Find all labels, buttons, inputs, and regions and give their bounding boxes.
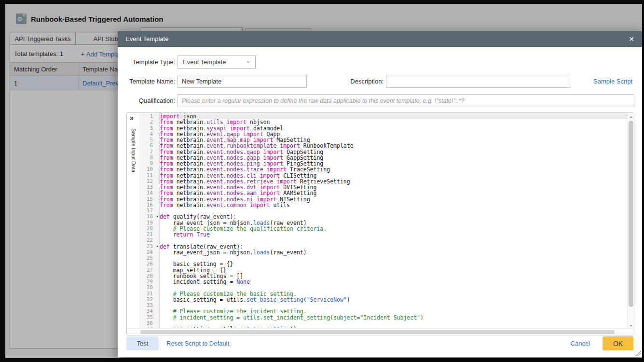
code-line: 21 return True [127,232,627,237]
line-number: 19 [139,220,155,226]
code-line: 24 raw_event_json = nbjson.loads(raw_eve… [127,250,627,255]
expand-icon[interactable]: » [130,114,134,122]
fold-gutter [155,308,160,314]
fold-gutter [155,255,160,261]
template-type-label: Template Type: [125,56,175,69]
code-text: basic_setting = utils.set_basic_setting(… [160,297,627,303]
code-text: # incident_setting = utils.set_incident_… [160,315,627,320]
template-name-input[interactable] [178,75,307,88]
fold-gutter [155,250,160,255]
code-text: # Please customize the qualification cri… [160,226,627,232]
script-editor[interactable]: 1import json2from netbrain.utils import … [126,112,634,335]
template-name-label: Template Name: [125,75,175,88]
line-number: 3 [139,125,155,131]
code-line: 29 incident_setting = None [127,279,627,285]
fold-gutter [155,273,160,279]
fold-gutter [155,155,160,161]
fold-gutter [155,202,160,208]
fold-gutter [155,173,160,179]
fold-gutter [155,303,160,308]
ok-button[interactable]: OK [603,336,633,350]
line-number: 26 [139,261,155,267]
line-number: 18 [139,214,155,220]
fold-arrow-icon[interactable]: ▾ [155,214,160,220]
fold-gutter [155,208,160,214]
code-line: 32 basic_setting = utils.set_basic_setti… [127,297,627,303]
code-text: from netbrain.event.common import utils [160,202,627,208]
sample-input-data-label[interactable]: Sample Input Data [131,128,137,172]
code-line: 35 # incident_setting = utils.set_incide… [127,315,627,320]
fold-gutter [155,320,160,326]
line-number: 31 [139,291,155,297]
screen: ⚙ ⚙ Runbook-Based Triggered Automation A… [0,0,644,362]
resize-handle-icon[interactable] [636,351,641,356]
fold-gutter [155,179,160,184]
fold-gutter [155,161,160,167]
line-number: 11 [139,173,155,179]
line-number: 6 [139,143,155,149]
scroll-down-icon[interactable]: ▼ [628,324,634,327]
fold-gutter [155,226,160,232]
fold-gutter [155,143,160,149]
reset-script-link[interactable]: Reset Script to Default [166,340,229,347]
template-type-value: Event Template [183,58,226,66]
fold-gutter [155,131,160,137]
description-input[interactable] [386,75,570,88]
vertical-scrollbar[interactable]: ▲ ▼ [627,113,634,329]
qualification-input[interactable] [178,94,634,107]
line-number: 22 [139,237,155,243]
line-number: 15 [139,196,155,202]
code-text: basic_setting = {} [160,261,627,267]
fold-gutter [155,149,160,155]
fold-gutter [155,167,160,172]
qualification-label: Qualification: [125,94,175,107]
fold-arrow-icon[interactable]: ▾ [155,244,160,250]
fold-gutter [155,232,160,237]
editor-content: 1import json2from netbrain.utils import … [127,113,634,329]
close-icon[interactable]: ✕ [627,34,636,44]
dialog-title: Event Template [125,35,168,42]
event-template-dialog: Event Template ✕ Template Type: Event Te… [118,31,642,357]
fold-gutter [155,113,160,119]
fold-gutter [155,261,160,267]
code-lines[interactable]: 1import json2from netbrain.utils import … [127,113,627,329]
horizontal-scroll-thumb[interactable] [140,330,615,334]
fold-gutter [155,196,160,202]
line-number: 30 [139,285,155,291]
fold-gutter [155,220,160,226]
line-number: 23 [139,244,155,250]
description-label: Description: [335,75,384,88]
code-line: 16from netbrain.event.common import util… [127,202,627,208]
cancel-button[interactable]: Cancel [571,340,590,347]
dialog-header[interactable]: Event Template ✕ [118,31,642,47]
fold-gutter [155,285,160,291]
dialog-footer: Test Reset Script to Default Cancel OK [126,336,633,350]
fold-gutter [155,125,160,131]
vertical-scroll-thumb[interactable] [629,121,633,307]
code-text: incident_setting = None [160,279,627,285]
fold-gutter [155,184,160,190]
template-type-select[interactable]: Event Template ⌄ [178,56,256,69]
fold-gutter [155,137,160,143]
line-number: 34 [139,308,155,314]
code-text: return True [160,232,627,237]
fold-gutter [155,291,160,297]
line-number: 27 [139,267,155,273]
line-number: 10 [139,167,155,172]
fold-gutter [155,315,160,320]
sample-script-link[interactable]: Sample Script [593,78,632,85]
chevron-down-icon: ⌄ [246,57,251,64]
line-number: 7 [139,149,155,155]
fold-gutter [155,297,160,303]
fold-gutter [155,279,160,285]
line-number: 14 [139,190,155,196]
test-button[interactable]: Test [126,336,159,350]
line-number: 2 [139,119,155,125]
horizontal-scrollbar[interactable] [127,328,634,335]
fold-gutter [155,267,160,273]
fold-gutter [155,237,160,243]
fold-gutter [155,119,160,125]
sample-input-data-panel: » Sample Input Data [127,113,139,329]
fold-gutter [155,190,160,196]
scroll-up-icon[interactable]: ▲ [628,115,634,118]
